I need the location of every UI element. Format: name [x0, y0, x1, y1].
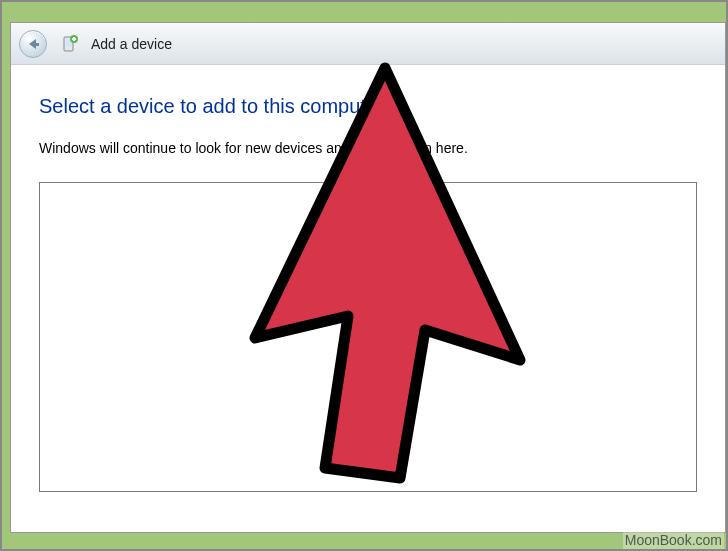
- device-list-box[interactable]: [39, 182, 697, 492]
- watermark: MoonBook.com: [623, 531, 724, 549]
- window-title: Add a device: [91, 36, 172, 52]
- add-device-icon: [59, 34, 79, 54]
- svg-rect-4: [72, 38, 76, 40]
- page-description: Windows will continue to look for new de…: [39, 140, 697, 156]
- titlebar: Add a device: [11, 23, 725, 65]
- content-area: Select a device to add to this computer …: [11, 65, 725, 492]
- back-arrow-icon: [29, 39, 36, 49]
- add-device-window: Add a device Select a device to add to t…: [10, 22, 726, 533]
- page-heading: Select a device to add to this computer: [39, 95, 697, 118]
- back-button[interactable]: [19, 30, 47, 58]
